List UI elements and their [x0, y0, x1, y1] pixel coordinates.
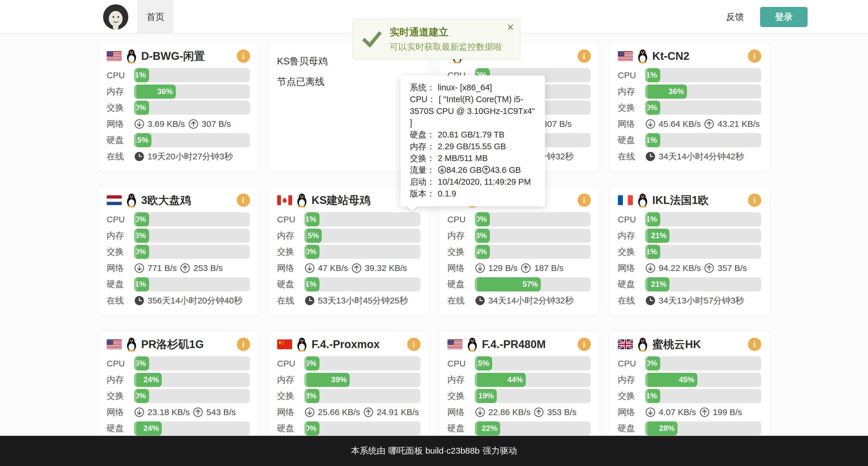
- upload-speed: 187 B/s: [534, 263, 563, 273]
- login-button[interactable]: 登录: [760, 7, 808, 27]
- linux-tux-icon: [466, 337, 478, 352]
- disk-bar-fill: 10%: [305, 422, 319, 435]
- disk-label: 硬盘: [447, 423, 475, 434]
- feedback-link[interactable]: 反馈: [726, 11, 744, 23]
- cpu-bar-fill: 15%: [475, 357, 492, 370]
- download-arrow-icon: [134, 263, 145, 273]
- disk-label: 硬盘: [277, 423, 305, 434]
- uptime-text: 34天14小时2分钟32秒: [488, 295, 574, 307]
- nav-tab-home[interactable]: 首页: [137, 0, 174, 34]
- network-row: 网络 3.69 KB/s 307 B/s: [107, 117, 250, 131]
- memory-label: 内存: [107, 374, 134, 386]
- memory-row: 内存 36%: [618, 85, 761, 99]
- download-arrow-icon: [134, 119, 145, 129]
- cpu-bar: 0%: [134, 212, 250, 226]
- info-icon[interactable]: [578, 338, 591, 351]
- disk-bar-fill: 28%: [645, 422, 678, 435]
- cpu-bar: 1%: [645, 212, 761, 226]
- network-label: 网络: [107, 262, 134, 274]
- online-row: 在线 34天14小时2分钟32秒: [447, 294, 591, 308]
- memory-row: 内存 24%: [107, 373, 250, 387]
- upload-arrow-icon: [704, 119, 714, 129]
- clock-icon: [475, 295, 485, 306]
- footer-panel-link[interactable]: 哪吒面板 build·c23b88b: [389, 445, 480, 457]
- close-icon[interactable]: ✕: [506, 23, 514, 32]
- cpu-label: CPU: [107, 214, 134, 224]
- memory-row: 内存 6%: [107, 229, 250, 243]
- swap-bar: 8%: [305, 389, 421, 403]
- memory-bar-fill: 6%: [134, 229, 149, 243]
- download-arrow-icon: [134, 407, 145, 418]
- memory-row: 内存 44%: [447, 373, 591, 387]
- swap-bar-fill: 0%: [134, 389, 149, 403]
- info-icon[interactable]: [237, 49, 250, 63]
- swap-bar-fill: 8%: [305, 389, 319, 403]
- info-icon[interactable]: [237, 194, 250, 207]
- swap-bar: 19%: [475, 389, 591, 403]
- swap-bar: 0%: [645, 101, 761, 115]
- server-name: KS建站母鸡: [312, 193, 371, 208]
- uptime-value: 34天13小时57分钟3秒: [645, 295, 744, 307]
- info-icon[interactable]: [748, 194, 761, 207]
- cpu-bar-fill: 5%: [134, 357, 149, 370]
- server-name: 蜜桃云HK: [652, 337, 701, 352]
- server-card-header: Kt-CN2: [618, 47, 761, 65]
- cpu-bar: 15%: [475, 357, 591, 370]
- network-speeds: 4.07 KB/s 199 B/s: [645, 407, 742, 418]
- cpu-row: CPU 5%: [277, 357, 421, 370]
- download-speed: 23.18 KB/s: [148, 407, 190, 417]
- memory-row: 内存 3%: [447, 229, 591, 243]
- info-icon[interactable]: [407, 338, 421, 351]
- network-speeds: 129 B/s 187 B/s: [475, 263, 563, 273]
- clock-icon: [645, 151, 656, 162]
- toast-success: 实时通道建立 可以实时获取最新监控数据啦 ✕: [352, 19, 520, 59]
- network-label: 网络: [107, 406, 134, 418]
- online-row: 在线 356天14小时20分钟40秒: [107, 294, 250, 308]
- tooltip-row-disk: 硬盘：20.81 GB/1.79 TB: [410, 129, 536, 141]
- upload-arrow-icon: [180, 263, 190, 273]
- info-icon[interactable]: [237, 338, 250, 351]
- memory-bar-fill: 36%: [134, 85, 176, 99]
- disk-bar-fill: 22%: [475, 422, 500, 435]
- info-icon[interactable]: [578, 194, 591, 207]
- server-name: D-BWG-闲置: [141, 49, 205, 64]
- linux-tux-icon: [296, 193, 308, 207]
- flag-us-icon: [447, 339, 463, 349]
- disk-label: 硬盘: [107, 134, 134, 146]
- uptime-text: 34天13小时57分钟3秒: [659, 295, 744, 307]
- memory-bar: 36%: [134, 85, 250, 99]
- swap-label: 交换: [107, 102, 134, 113]
- memory-label: 内存: [447, 230, 475, 242]
- swap-row: 交换 0%: [107, 245, 250, 259]
- network-row: 网络 129 B/s 187 B/s: [447, 261, 591, 275]
- memory-label: 内存: [277, 230, 305, 242]
- upload-arrow-icon: [521, 263, 531, 273]
- info-icon[interactable]: [578, 49, 591, 63]
- memory-bar-fill: 15%: [305, 229, 322, 243]
- disk-row: 硬盘 15%: [107, 133, 250, 147]
- swap-label: 交换: [277, 390, 305, 402]
- linux-tux-icon: [125, 337, 137, 352]
- cpu-bar: 0%: [475, 212, 591, 226]
- download-arrow-icon: [438, 165, 446, 175]
- disk-row: 硬盘 21%: [618, 277, 761, 291]
- uptime-text: 19天20小时27分钟3秒: [148, 151, 233, 163]
- flag-slot: [618, 339, 633, 349]
- swap-bar: 0%: [134, 389, 250, 403]
- swap-bar-fill: NaN%: [475, 245, 490, 259]
- download-speed: 25.66 KB/s: [318, 407, 360, 417]
- disk-bar: 1%: [305, 277, 421, 291]
- network-label: 网络: [277, 406, 305, 418]
- flag-us-icon: [107, 339, 122, 349]
- info-icon[interactable]: [748, 338, 761, 351]
- memory-label: 内存: [107, 230, 134, 242]
- cpu-label: CPU: [277, 359, 305, 368]
- swap-row: 交换 0%: [618, 101, 761, 115]
- flag-us-icon: [107, 51, 122, 61]
- swap-bar-fill: 0%: [134, 245, 149, 259]
- disk-label: 硬盘: [618, 134, 645, 146]
- info-icon[interactable]: [748, 49, 761, 63]
- download-arrow-icon: [645, 119, 656, 129]
- download-speed: 4.07 KB/s: [659, 407, 696, 417]
- site-logo-avatar[interactable]: [103, 4, 128, 30]
